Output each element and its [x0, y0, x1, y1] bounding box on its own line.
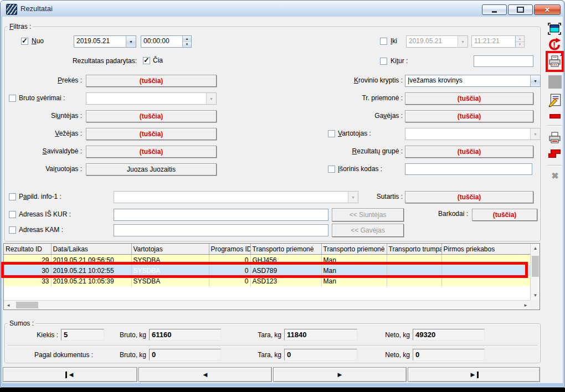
tara-kg-label: Tara, kg: [239, 331, 281, 339]
dropdown-arrow-icon: ▼: [458, 36, 468, 47]
vertical-scrollbar[interactable]: ▲ ▼: [530, 244, 540, 300]
savivaldybe-button[interactable]: (tuščia): [86, 146, 217, 158]
scroll-right-icon[interactable]: ►: [521, 301, 530, 310]
nuo-time-spinner[interactable]: 00:00:00 ▲▼: [141, 35, 192, 48]
adresas-is-kur-input[interactable]: [114, 209, 328, 221]
delete-button-disabled[interactable]: ✖: [549, 169, 561, 182]
vairuotojas-button[interactable]: Juozas Juozaitis: [86, 163, 217, 176]
pagal-dokumentus-label: Pagal dokumentus :: [34, 351, 93, 359]
cia-label: Čia: [153, 56, 163, 64]
adresas-kam-checkbox[interactable]: [9, 226, 16, 234]
edit-document-icon: [548, 93, 562, 107]
adresas-kam-input[interactable]: [114, 224, 328, 236]
scroll-down-icon[interactable]: ▼: [531, 291, 540, 300]
bruto-sverimai-checkbox[interactable]: [9, 95, 16, 102]
prekes-label: Prekės :: [11, 76, 82, 84]
nav-first-button[interactable]: ◄: [3, 367, 137, 382]
red-minus-button[interactable]: [549, 114, 561, 118]
dropdown-arrow-icon[interactable]: ▼: [126, 36, 136, 47]
isorinis-kodas-checkbox[interactable]: [328, 166, 335, 173]
copy-siuntejas-button-disabled[interactable]: << Siuntėjas: [332, 208, 404, 221]
bruto-sverimai-select-disabled[interactable]: ▼: [86, 92, 217, 105]
iki-checkbox[interactable]: [380, 38, 387, 45]
bottom-strip: [0, 388, 565, 392]
bruto-doc-value: 0: [149, 349, 221, 360]
table-row[interactable]: 302019.05.21 10:02:55SYSDBA0ASD789Man: [4, 265, 530, 276]
column-header[interactable]: Transporto priemonė: [321, 244, 387, 255]
first-record-icon: [65, 372, 67, 378]
copy-gavejas-button-disabled[interactable]: << Gavėjas: [332, 224, 404, 237]
vairuotojas-label: Vairuotojas :: [11, 165, 82, 173]
nuo-date-value: 2019.05.21: [74, 36, 126, 47]
toolbar-separator: [547, 125, 562, 126]
isorinis-kodas-label: Įšorinis kodas :: [338, 165, 382, 173]
titlebar: Rezultatai: [1, 1, 563, 17]
maximize-button[interactable]: [508, 4, 533, 15]
vertical-scroll-thumb[interactable]: [532, 256, 539, 277]
scroll-up-icon[interactable]: ▲: [531, 244, 540, 253]
column-header[interactable]: Transporto priemonė: [250, 244, 321, 255]
svg-text:!: !: [553, 40, 556, 49]
kiekis-label: Kiekis :: [22, 331, 58, 339]
table-row[interactable]: 292019.05.21 09:56:50SYSDBA0GHJ456Man: [4, 255, 530, 266]
delete-x-icon: ✖: [551, 171, 558, 181]
kitur-input[interactable]: [474, 55, 533, 67]
adresas-is-kur-label: Adresas IŠ KUR :: [19, 210, 71, 218]
bruto-sverimai-label: Bruto svėrimai :: [19, 94, 65, 102]
nav-next-button[interactable]: ►: [273, 367, 407, 382]
table-row[interactable]: 332019.05.21 10:05:39SYSDBA0ASD123Man: [4, 276, 530, 286]
nav-last-button[interactable]: ►: [408, 367, 540, 382]
isorinis-kodas-input[interactable]: [405, 163, 532, 175]
siuntejas-button[interactable]: (tuščia): [86, 110, 217, 122]
column-header[interactable]: Data/Laikas: [51, 244, 131, 255]
fit-window-button[interactable]: [547, 22, 562, 35]
iki-time-spinner-disabled[interactable]: 11:21:21 ▲▼: [471, 35, 525, 48]
nuo-time-value: 00:00:00: [141, 36, 182, 47]
cia-checkbox[interactable]: [143, 57, 150, 64]
column-header[interactable]: Vartotojas: [131, 244, 209, 255]
print-preview-button[interactable]: 1: [548, 54, 562, 69]
iki-date-picker-disabled[interactable]: 2019.05.21 ▼: [406, 35, 468, 48]
horizontal-scroll-thumb[interactable]: [16, 302, 38, 308]
blank-tool-button[interactable]: [548, 75, 562, 89]
vezejas-button[interactable]: (tuščia): [86, 128, 217, 140]
kitur-checkbox[interactable]: [380, 58, 387, 65]
nuo-date-picker[interactable]: 2019.05.21 ▼: [74, 35, 136, 48]
iki-date-value: 2019.05.21: [407, 36, 458, 47]
vartotojas-checkbox[interactable]: [328, 130, 335, 137]
spin-down-icon[interactable]: ▼: [183, 42, 191, 48]
column-header[interactable]: Pirmos priekabos: [441, 244, 530, 255]
column-header[interactable]: Transporto trumpas k: [387, 244, 441, 255]
krovinio-kryptis-select[interactable]: Įvežamas krovinys ▼: [405, 75, 541, 87]
dropdown-arrow-icon[interactable]: ▼: [530, 75, 540, 86]
vartotojas-select-disabled[interactable]: ▼: [405, 128, 541, 140]
sutartis-button[interactable]: (tuščia): [405, 191, 533, 203]
papild-info-checkbox[interactable]: [9, 193, 16, 200]
rezultatu-grupe-button[interactable]: (tuščia): [405, 146, 533, 158]
print-button[interactable]: [548, 131, 562, 145]
edit-results-button[interactable]: [548, 93, 562, 107]
horizontal-scrollbar[interactable]: ◄ ►: [4, 300, 530, 310]
tr-priemone-label: Tr. priemonė :: [310, 94, 403, 102]
close-button[interactable]: ✕: [534, 4, 561, 15]
gavejas-button[interactable]: (tuščia): [405, 110, 533, 122]
barkodai-button[interactable]: (tuščia): [472, 209, 537, 221]
close-icon: ✕: [545, 6, 550, 14]
spin-up-icon[interactable]: ▲: [183, 36, 191, 42]
red-stack-button[interactable]: [548, 148, 562, 161]
scroll-left-icon[interactable]: ◄: [4, 301, 13, 310]
nuo-checkbox[interactable]: [21, 38, 28, 45]
refresh-button[interactable]: !: [547, 37, 562, 52]
vartotojas-label: Vartotojas :: [338, 130, 371, 137]
prekes-button[interactable]: (tuščia): [86, 75, 217, 87]
dropdown-arrow-icon: ▼: [530, 128, 540, 140]
minimize-button[interactable]: [482, 4, 507, 15]
bruto-total-value: 61160: [149, 329, 221, 341]
tr-priemone-button[interactable]: (tuščia): [405, 92, 533, 105]
column-header[interactable]: Rezultato ID: [4, 244, 51, 255]
adresas-is-kur-checkbox[interactable]: [9, 211, 16, 218]
nav-prev-button[interactable]: ◄: [138, 367, 272, 382]
last-record-arrow: ►: [469, 370, 476, 379]
column-header[interactable]: Programos ID: [209, 244, 250, 255]
savivaldybe-label: Savivaldybė :: [11, 147, 82, 155]
